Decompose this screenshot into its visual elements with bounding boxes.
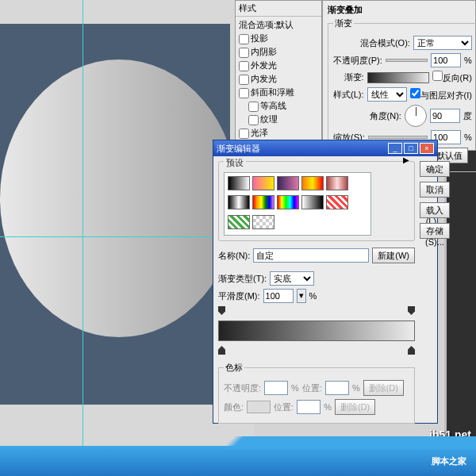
checkbox[interactable] — [239, 75, 249, 85]
preset-swatch[interactable] — [252, 176, 274, 190]
presets-menu-icon[interactable]: ▶ — [403, 155, 409, 164]
stop-color-label: 颜色: — [224, 401, 244, 413]
close-icon[interactable]: × — [420, 143, 434, 154]
color-stop[interactable] — [218, 346, 225, 355]
preset-swatch[interactable] — [277, 195, 299, 209]
dialog-title: 渐变编辑器 — [217, 143, 386, 155]
stop-opacity-label: 不透明度: — [224, 382, 261, 394]
load-button[interactable]: 载入(L)... — [420, 202, 450, 218]
style-item-texture[interactable]: 纹理 — [239, 113, 318, 126]
smoothness-input[interactable] — [263, 289, 294, 303]
style-select[interactable]: 线性 — [367, 87, 407, 102]
checkbox[interactable] — [239, 88, 249, 98]
preset-swatch[interactable] — [301, 176, 324, 190]
color-stop[interactable] — [408, 346, 415, 355]
stop-pos-label: 位置: — [302, 382, 322, 394]
blend-mode-label: 混合模式(O): — [360, 37, 410, 49]
minimize-icon[interactable]: _ — [388, 143, 402, 154]
stops-legend: 色标 — [224, 362, 244, 374]
style-item-inner-glow[interactable]: 内发光 — [239, 72, 318, 86]
gradient-bar-editor[interactable] — [218, 321, 415, 341]
presets-label: 预设 — [224, 158, 246, 167]
preset-swatch[interactable] — [326, 195, 348, 209]
style-item-inner-shadow[interactable]: 内阴影 — [239, 45, 318, 59]
opacity-stop-track[interactable] — [218, 306, 415, 316]
preset-swatch[interactable] — [252, 195, 274, 209]
opacity-stop[interactable] — [218, 306, 225, 315]
gradient-type-label: 渐变类型(T): — [218, 273, 267, 285]
align-check[interactable]: 与图层对齐(I) — [410, 88, 472, 102]
ellipse-shape — [0, 60, 238, 337]
style-item-bevel[interactable]: 斜面和浮雕 — [239, 86, 318, 99]
gradient-label: 渐变: — [344, 71, 364, 83]
pct-label: % — [464, 56, 472, 65]
checkbox[interactable] — [432, 71, 443, 81]
preset-swatch[interactable] — [301, 195, 324, 209]
angle-dial[interactable] — [405, 105, 427, 127]
checkbox[interactable] — [410, 88, 420, 98]
style-item-drop-shadow[interactable]: 投影 — [239, 32, 318, 45]
style-item-satin[interactable]: 光泽 — [239, 126, 318, 140]
preset-swatch[interactable] — [228, 176, 250, 190]
opacity-stop[interactable] — [408, 306, 415, 315]
save-button[interactable]: 存储(S)... — [420, 223, 450, 239]
cancel-button[interactable]: 取消 — [420, 182, 450, 198]
gradient-overlay-panel: 渐变叠加 渐变 混合模式(O): 正常 不透明度(P): % 渐变: 反向(R)… — [322, 0, 476, 151]
opacity-input[interactable] — [431, 53, 461, 67]
reverse-check[interactable]: 反向(R) — [432, 71, 472, 84]
stops-group: 色标 不透明度: % 位置: % 删除(D) 颜色: 位置: % 删除(D) — [218, 362, 415, 424]
checkbox[interactable] — [248, 115, 259, 125]
checkbox[interactable] — [239, 48, 249, 58]
preset-swatch[interactable] — [252, 215, 274, 229]
checkbox[interactable] — [248, 102, 259, 112]
dialog-titlebar[interactable]: 渐变编辑器 _ □ × — [213, 140, 437, 156]
name-label: 名称(N): — [218, 250, 250, 262]
pct-label: % — [464, 132, 472, 142]
checkbox[interactable] — [239, 34, 249, 44]
checkbox[interactable] — [239, 129, 249, 139]
stop-color-swatch — [247, 401, 271, 413]
opacity-slider[interactable] — [386, 59, 428, 62]
preset-swatch[interactable] — [277, 176, 299, 190]
deg-label: 度 — [463, 110, 472, 122]
ok-button[interactable]: 确定 — [420, 161, 450, 177]
style-item-outer-glow[interactable]: 外发光 — [239, 59, 318, 72]
layer-style-list: 样式 混合选项:默认 投影 内阴影 外发光 内发光 斜面和浮雕 等高线 纹理 光… — [235, 0, 322, 151]
gradient-name-input[interactable] — [253, 248, 369, 263]
pct-label: % — [309, 291, 317, 301]
style-label: 样式(L): — [333, 89, 364, 101]
new-button[interactable]: 新建(W) — [372, 248, 415, 263]
smoothness-label: 平滑度(M): — [218, 290, 260, 302]
gradient-editor-dialog: 渐变编辑器 _ □ × 预设 ▶ — [213, 140, 438, 424]
page-footer: 脚本之家 — [0, 446, 476, 476]
checkbox[interactable] — [239, 61, 249, 71]
maximize-icon[interactable]: □ — [404, 143, 418, 154]
stop-pos-input — [325, 381, 349, 395]
color-stop-track[interactable] — [218, 346, 415, 355]
delete-stop-button: 删除(D) — [335, 399, 375, 415]
gradient-preview[interactable] — [367, 72, 429, 83]
angle-input[interactable] — [430, 109, 460, 123]
angle-label: 角度(N): — [370, 110, 401, 122]
preset-swatch[interactable] — [228, 195, 250, 209]
guide-vertical — [83, 0, 83, 476]
gradient-type-select[interactable]: 实底 — [270, 271, 314, 286]
overlay-group-label: 渐变 — [333, 17, 354, 29]
style-default-row[interactable]: 混合选项:默认 — [239, 18, 318, 32]
presets-grid — [224, 172, 371, 236]
footer-text: 脚本之家 — [432, 455, 466, 467]
delete-stop-button: 删除(D) — [363, 380, 404, 396]
scale-slider[interactable] — [368, 136, 428, 139]
style-item-contour[interactable]: 等高线 — [239, 99, 318, 113]
opacity-label: 不透明度(P): — [333, 55, 382, 67]
preset-swatch[interactable] — [228, 215, 250, 229]
blend-mode-select[interactable]: 正常 — [413, 36, 472, 50]
presets-group: 预设 ▶ — [218, 161, 415, 241]
stop-pos2-input — [297, 400, 321, 414]
stop-opacity-input — [264, 381, 288, 395]
overlay-title: 渐变叠加 — [328, 4, 470, 16]
stop-pos2-label: 位置: — [274, 401, 294, 413]
style-list-header: 样式 — [236, 1, 321, 17]
dropdown-icon[interactable]: ▾ — [297, 289, 306, 303]
preset-swatch[interactable] — [326, 176, 348, 190]
